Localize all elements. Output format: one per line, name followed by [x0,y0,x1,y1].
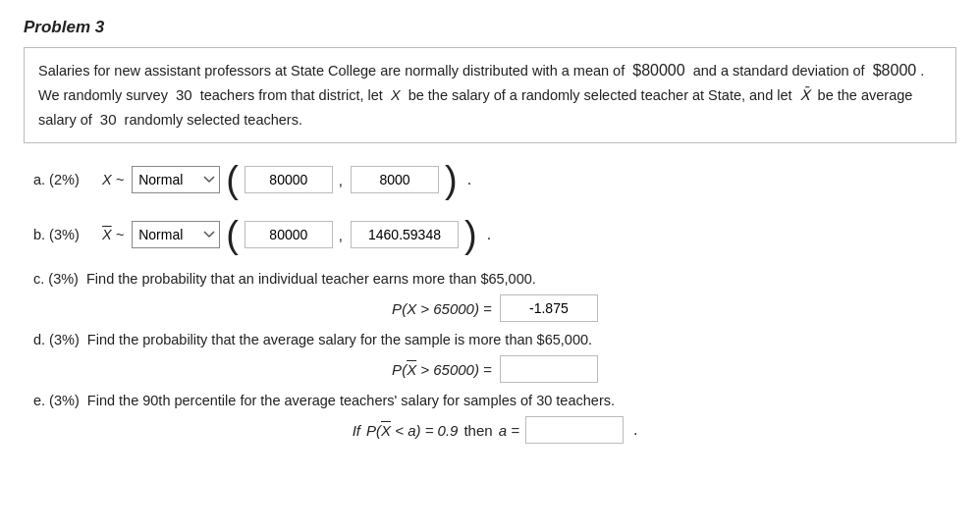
part-e-equation-label: P(X < a) = 0.9 [366,422,458,439]
part-b-period: . [487,226,491,243]
n2-value: 30 [100,111,117,128]
xbar-b: X [102,227,112,242]
part-b-close-paren: ) [464,216,477,253]
part-c-equation-row: P(X > 65000) = [33,294,956,322]
part-c-section: c. (3%) Find the probability that an ind… [33,271,956,322]
part-a-content: X ~ Normal Binomial Poisson ( , ) . [102,161,471,198]
part-d-section: d. (3%) Find the probability that the av… [33,332,956,383]
part-e-then-label: then [463,422,492,439]
part-a-close-paren: ) [445,161,458,198]
part-d-label: d. (3%) [33,332,80,347]
part-c-text: c. (3%) Find the probability that an ind… [33,271,956,287]
part-e-answer-input[interactable] [525,416,624,444]
part-e-a-label: a = [499,422,519,439]
part-b-label: b. (3%) [33,227,102,242]
intro-line2: We randomly survey 30 teachers from that… [38,87,912,103]
problem-title: Problem 3 [24,18,956,37]
part-a-val2[interactable] [351,166,439,193]
intro-box: Salaries for new assistant professors at… [24,47,956,143]
part-a-open-paren: ( [226,161,239,198]
part-c-desc: Find the probability that an individual … [86,271,536,287]
part-a-row: a. (2%) X ~ Normal Binomial Poisson ( , … [33,161,956,198]
parts-container: a. (2%) X ~ Normal Binomial Poisson ( , … [24,161,956,444]
part-b-comma: , [339,227,343,243]
part-e-period: . [633,421,637,439]
part-b-open-paren: ( [226,216,239,253]
part-e-desc-end: teachers. [556,393,615,408]
part-d-equation-row: P(X > 65000) = [33,355,956,383]
intro-line1: Salaries for new assistant professors at… [38,63,924,79]
part-d-text: d. (3%) Find the probability that the av… [33,332,956,347]
part-e-desc-pre: Find the 90th percentile for the average… [87,393,532,408]
part-d-equation-label: P(X > 65000) = [392,361,492,378]
part-e-section: e. (3%) Find the 90th percentile for the… [33,393,956,444]
part-c-answer-input[interactable] [500,294,598,322]
part-a-dropdown[interactable]: Normal Binomial Poisson [132,166,220,193]
part-e-if-label: If [353,422,360,439]
part-a-label: a. (2%) [33,172,102,187]
part-b-val2[interactable] [351,221,459,248]
part-a-var: X ~ [102,172,124,187]
xbar-var: X̄ [800,87,810,103]
part-b-var: X ~ [102,227,124,242]
part-e-label: e. (3%) [33,393,80,408]
intro-line3: salary of 30 randomly selected teachers. [38,112,302,128]
part-d-desc: Find the probability that the average sa… [87,332,592,347]
x-var: X [391,87,401,103]
part-a-period: . [467,171,471,188]
n-value: 30 [176,86,192,103]
part-b-row: b. (3%) X ~ Normal Binomial Poisson ( , … [33,216,956,253]
part-a-val1[interactable] [245,166,333,193]
part-e-equation-row: If P(X < a) = 0.9 then a = . [33,416,956,444]
part-b-val1[interactable] [245,221,333,248]
part-c-label: c. (3%) [33,271,79,287]
part-c-equation-label: P(X > 65000) = [392,300,492,317]
mean-value: $80000 [632,62,684,79]
part-a-comma: , [339,172,343,188]
part-e-n: 30 [536,393,552,408]
sd-value: $8000 [873,62,917,79]
part-e-text: e. (3%) Find the 90th percentile for the… [33,393,956,408]
part-d-answer-input[interactable] [500,355,598,383]
part-b-dropdown[interactable]: Normal Binomial Poisson [132,221,220,248]
part-b-content: X ~ Normal Binomial Poisson ( , ) . [102,216,491,253]
